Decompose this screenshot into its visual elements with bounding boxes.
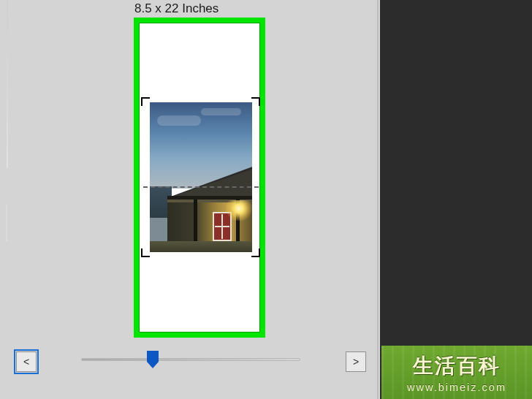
- zoom-slider-thumb[interactable]: [147, 351, 159, 368]
- watermark-badge: 生活百科 www.bimeiz.com: [381, 346, 532, 399]
- right-dark-panel: [380, 0, 532, 399]
- next-page-button[interactable]: >: [346, 352, 366, 372]
- crop-handle-top-left[interactable]: [141, 97, 150, 106]
- panel-divider: [0, 205, 7, 241]
- crop-handle-bottom-left[interactable]: [141, 248, 150, 257]
- chevron-left-icon: <: [23, 356, 29, 368]
- prev-page-button[interactable]: <: [16, 352, 37, 372]
- crop-handle-bottom-right[interactable]: [251, 248, 260, 257]
- print-preview-pane: 8.5 x 22 Inches < >: [0, 0, 379, 399]
- chevron-right-icon: >: [353, 356, 359, 368]
- page-size-label: 8.5 x 22 Inches: [134, 1, 218, 16]
- zoom-slider-track[interactable]: [81, 358, 300, 361]
- page-fold-guide: [143, 186, 259, 188]
- watermark-url: www.bimeiz.com: [407, 381, 506, 393]
- crop-region[interactable]: [143, 99, 258, 255]
- panel-divider: [7, 0, 8, 168]
- crop-handle-top-right[interactable]: [251, 97, 260, 106]
- watermark-title: 生活百科: [413, 352, 501, 380]
